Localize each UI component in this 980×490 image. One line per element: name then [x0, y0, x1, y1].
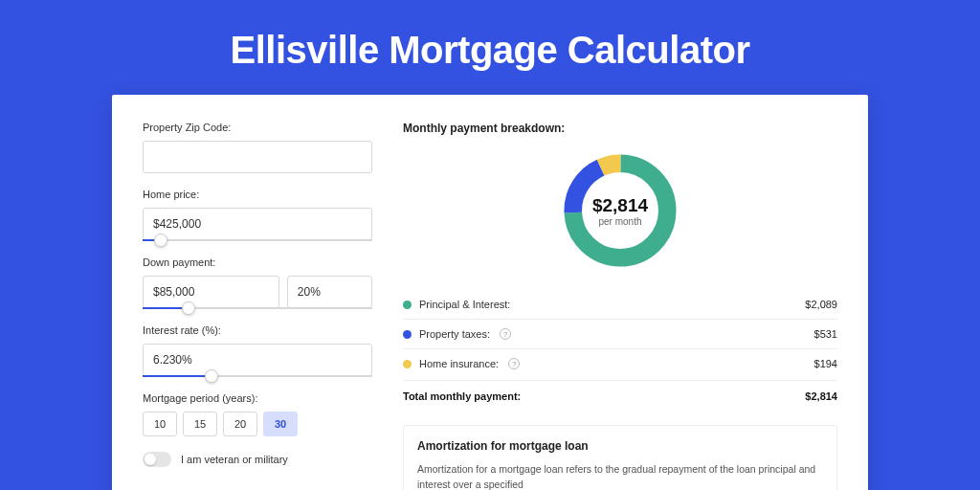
total-label: Total monthly payment:: [403, 390, 521, 402]
total-value: $2,814: [805, 390, 837, 402]
legend-value: $531: [814, 328, 837, 340]
page-title: Ellisville Mortgage Calculator: [0, 0, 980, 95]
calculator-card: Property Zip Code: Home price: Down paym…: [112, 95, 868, 490]
legend-label: Principal & Interest:: [419, 299, 510, 310]
breakdown-column: Monthly payment breakdown: $2,814 per mo…: [403, 122, 837, 490]
period-button-20[interactable]: 20: [223, 412, 257, 436]
form-column: Property Zip Code: Home price: Down paym…: [143, 122, 372, 490]
legend-value: $194: [814, 358, 837, 369]
amortization-title: Amortization for mortgage loan: [417, 439, 823, 453]
donut-chart: $2,814 per month: [558, 148, 682, 273]
legend-label: Home insurance:: [419, 358, 499, 369]
rate-input[interactable]: [143, 344, 372, 376]
amortization-box: Amortization for mortgage loan Amortizat…: [403, 425, 837, 490]
zip-input[interactable]: [143, 141, 372, 173]
down-slider[interactable]: [143, 307, 372, 309]
veteran-toggle[interactable]: [143, 452, 171, 467]
period-button-15[interactable]: 15: [183, 412, 217, 436]
breakdown-title: Monthly payment breakdown:: [403, 122, 837, 135]
legend-row: Property taxes:?$531: [403, 320, 837, 349]
price-field-group: Home price:: [143, 189, 372, 241]
legend-row: Principal & Interest:$2,089: [403, 290, 837, 320]
legend-dot: [403, 330, 412, 339]
veteran-label: I am veteran or military: [181, 454, 288, 465]
rate-field-group: Interest rate (%):: [143, 324, 372, 377]
legend-row: Home insurance:?$194: [403, 349, 837, 378]
info-icon[interactable]: ?: [500, 328, 511, 340]
slider-thumb[interactable]: [205, 369, 218, 383]
period-field-group: Mortgage period (years): 10152030: [143, 392, 372, 436]
slider-thumb[interactable]: [182, 301, 195, 315]
donut-center-value: $2,814: [592, 195, 648, 216]
down-field-group: Down payment:: [143, 256, 372, 309]
legend-dot: [403, 301, 412, 309]
rate-slider[interactable]: [143, 375, 372, 377]
slider-thumb[interactable]: [154, 234, 167, 247]
down-percent-input[interactable]: [287, 276, 372, 308]
zip-label: Property Zip Code:: [143, 122, 372, 133]
period-button-30[interactable]: 30: [263, 412, 298, 436]
rate-label: Interest rate (%):: [143, 324, 372, 336]
zip-field-group: Property Zip Code:: [143, 122, 372, 173]
price-input[interactable]: [143, 208, 372, 240]
legend-dot: [403, 360, 412, 368]
donut-chart-wrap: $2,814 per month: [403, 148, 837, 273]
total-row: Total monthly payment: $2,814: [403, 380, 837, 408]
legend-value: $2,089: [805, 299, 837, 310]
down-amount-input[interactable]: [143, 276, 279, 308]
period-button-10[interactable]: 10: [143, 412, 177, 436]
donut-center-sub: per month: [598, 216, 641, 227]
period-label: Mortgage period (years):: [143, 392, 372, 404]
legend-label: Property taxes:: [419, 328, 490, 340]
down-label: Down payment:: [143, 256, 372, 268]
price-label: Home price:: [143, 189, 372, 200]
amortization-text: Amortization for a mortgage loan refers …: [417, 462, 823, 490]
info-icon[interactable]: ?: [508, 358, 520, 369]
veteran-toggle-row: I am veteran or military: [143, 452, 372, 467]
price-slider[interactable]: [143, 239, 372, 241]
